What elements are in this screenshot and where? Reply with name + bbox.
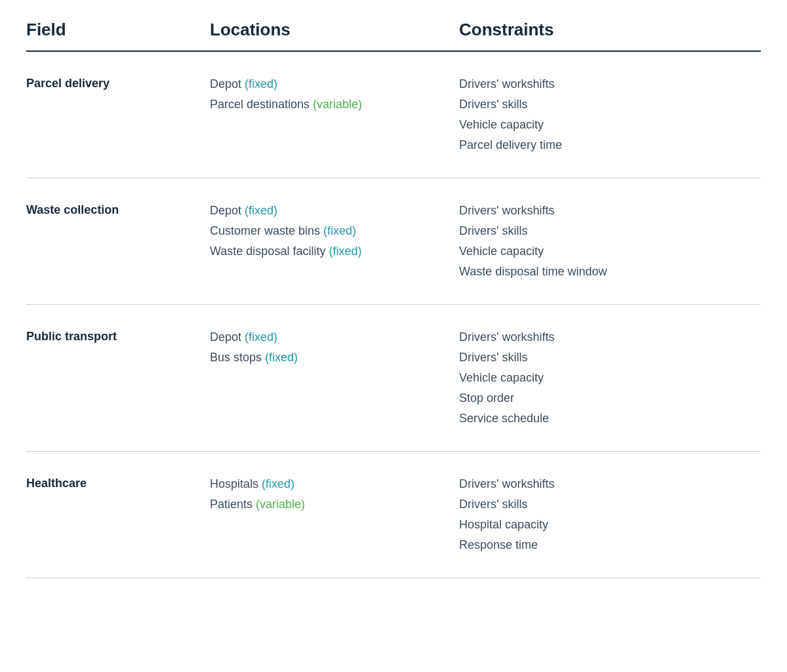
table-row-waste-collection: Waste collectionDepot (fixed)Customer wa… [26, 178, 761, 305]
constraint-entry: Drivers' workshifts [459, 328, 761, 346]
location-tag-fixed: (fixed) [262, 477, 294, 490]
location-entry: Patients (variable) [210, 496, 459, 513]
field-name-public-transport: Public transport [26, 328, 210, 344]
location-text: Depot [210, 330, 245, 344]
constraints-cell-public-transport: Drivers' workshiftsDrivers' skillsVehicl… [459, 328, 761, 427]
field-name-healthcare: Healthcare [26, 475, 210, 490]
table-row-parcel-delivery: Parcel deliveryDepot (fixed)Parcel desti… [26, 52, 761, 178]
constraint-entry: Waste disposal time window [459, 263, 761, 281]
location-entry: Depot (fixed) [210, 202, 459, 220]
constraint-entry: Response time [459, 536, 761, 554]
locations-cell-healthcare: Hospitals (fixed)Patients (variable) [210, 475, 459, 513]
location-text: Patients [210, 498, 256, 511]
header-constraints: Constraints [459, 20, 761, 40]
constraint-entry: Service schedule [459, 410, 761, 427]
location-entry: Waste disposal facility (fixed) [210, 243, 459, 260]
location-tag-fixed: (fixed) [329, 245, 361, 258]
constraint-entry: Drivers' skills [459, 496, 761, 513]
location-text: Bus stops [210, 351, 265, 364]
locations-cell-parcel-delivery: Depot (fixed)Parcel destinations (variab… [210, 75, 459, 113]
constraint-entry: Hospital capacity [459, 516, 761, 534]
constraints-cell-healthcare: Drivers' workshiftsDrivers' skillsHospit… [459, 475, 761, 554]
constraints-cell-waste-collection: Drivers' workshiftsDrivers' skillsVehicl… [459, 202, 761, 281]
constraint-entry: Drivers' workshifts [459, 475, 761, 493]
field-name-waste-collection: Waste collection [26, 202, 210, 217]
header-field: Field [26, 20, 210, 40]
header-locations: Locations [210, 20, 459, 40]
location-text: Depot [210, 204, 245, 217]
location-text: Depot [210, 77, 245, 90]
location-entry: Parcel destinations (variable) [210, 96, 459, 113]
location-text: Parcel destinations [210, 98, 313, 111]
locations-cell-waste-collection: Depot (fixed)Customer waste bins (fixed)… [210, 202, 459, 260]
constraint-entry: Drivers' workshifts [459, 202, 761, 220]
constraint-entry: Vehicle capacity [459, 369, 761, 387]
table-row-public-transport: Public transportDepot (fixed)Bus stops (… [26, 305, 761, 452]
location-entry: Hospitals (fixed) [210, 475, 459, 493]
location-tag-fixed: (fixed) [323, 224, 356, 237]
location-tag-variable: (variable) [313, 98, 362, 111]
location-text: Hospitals [210, 477, 262, 490]
constraint-entry: Vehicle capacity [459, 116, 761, 134]
table-row-healthcare: HealthcareHospitals (fixed)Patients (var… [26, 452, 761, 578]
location-entry: Customer waste bins (fixed) [210, 222, 459, 240]
location-tag-fixed: (fixed) [245, 330, 277, 344]
constraint-entry: Stop order [459, 389, 761, 407]
location-tag-fixed: (fixed) [245, 204, 277, 217]
constraint-entry: Drivers' skills [459, 96, 761, 113]
table-body: Parcel deliveryDepot (fixed)Parcel desti… [26, 52, 761, 578]
constraints-cell-parcel-delivery: Drivers' workshiftsDrivers' skillsVehicl… [459, 75, 761, 154]
constraint-entry: Drivers' workshifts [459, 75, 761, 93]
locations-cell-public-transport: Depot (fixed)Bus stops (fixed) [210, 328, 459, 366]
location-entry: Depot (fixed) [210, 75, 459, 93]
constraint-entry: Vehicle capacity [459, 243, 761, 260]
location-entry: Bus stops (fixed) [210, 349, 459, 366]
constraint-entry: Parcel delivery time [459, 136, 761, 154]
location-tag-fixed: (fixed) [245, 77, 277, 90]
main-table: Field Locations Constraints Parcel deliv… [26, 20, 761, 578]
location-tag-variable: (variable) [256, 498, 305, 511]
field-name-parcel-delivery: Parcel delivery [26, 75, 210, 90]
constraint-entry: Drivers' skills [459, 222, 761, 240]
constraint-entry: Drivers' skills [459, 349, 761, 366]
location-text: Customer waste bins [210, 224, 323, 237]
location-entry: Depot (fixed) [210, 328, 459, 346]
table-header: Field Locations Constraints [26, 20, 761, 52]
location-tag-fixed: (fixed) [265, 351, 298, 364]
location-text: Waste disposal facility [210, 245, 329, 258]
